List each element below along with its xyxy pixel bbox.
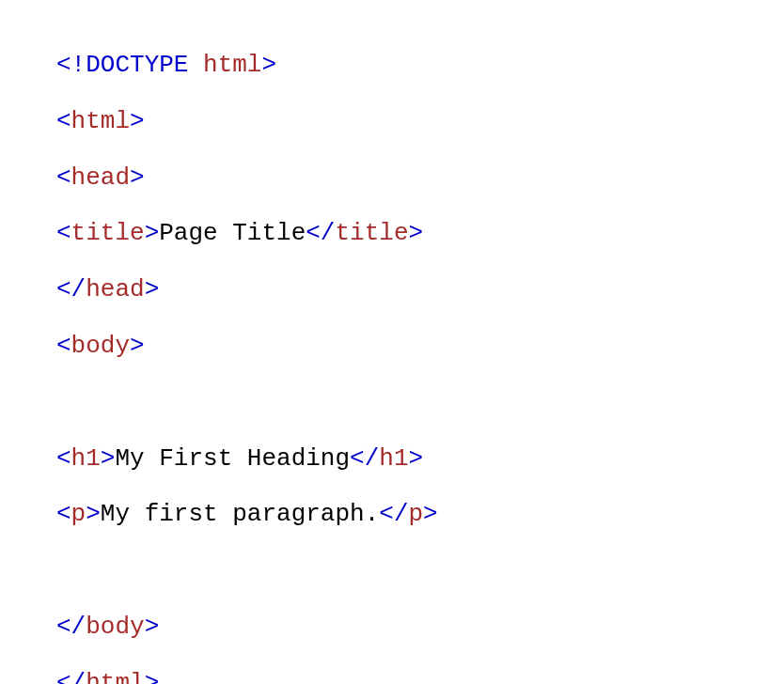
punct-close: > [101,444,116,473]
code-line-doctype: <!DOCTYPE html> [56,38,728,94]
blank-line [56,543,728,599]
h1-text: My First Heading [115,444,350,473]
punct-open-slash: </ [379,500,408,528]
punct-close: > [130,332,145,360]
punct-close: > [261,51,276,79]
code-line-head-open: <head> [56,150,728,207]
punct-close: > [409,444,424,473]
code-block: <!DOCTYPE html> <html> <head> <title>Pag… [56,38,728,684]
space [188,51,203,79]
code-line-p: <p>My first paragraph.</p> [56,487,728,543]
code-line-body-close: </body> [56,599,728,656]
punct-close: > [130,107,145,135]
punct-close: > [145,275,160,303]
punct-open: <! [56,51,86,79]
code-line-html-close: </html> [56,656,728,684]
punct-close: > [145,613,160,641]
punct-close: > [409,219,424,247]
tag-name-html: html [86,669,144,684]
punct-close: > [86,500,101,528]
tag-name-body: body [71,332,130,360]
tag-name-h1: h1 [379,444,408,473]
punct-open-slash: </ [56,275,86,303]
punct-close: > [145,219,160,247]
punct-open: < [56,163,71,192]
tag-name-title: title [71,219,145,247]
title-text: Page Title [159,219,306,247]
punct-open-slash: </ [350,444,379,473]
tag-name-html: html [71,107,130,135]
punct-open: < [56,444,71,473]
punct-open: < [56,107,71,135]
code-line-title: <title>Page Title</title> [56,206,728,262]
code-line-head-close: </head> [56,262,728,319]
tag-name-h1: h1 [71,444,101,473]
code-line-body-open: <body> [56,319,728,375]
punct-close: > [130,163,145,192]
code-line-html-open: <html> [56,94,728,150]
punct-open: < [56,332,71,360]
punct-close: > [145,669,160,684]
p-text: My first paragraph. [101,500,379,528]
punct-open-slash: </ [306,219,335,247]
punct-open: < [56,500,71,528]
punct-open: < [56,219,71,247]
tag-name-head: head [86,275,144,303]
tag-name-p: p [71,500,86,528]
punct-open-slash: </ [56,613,86,641]
tag-name-head: head [71,163,130,192]
code-line-h1: <h1>My First Heading</h1> [56,431,728,488]
punct-open-slash: </ [56,669,86,684]
tag-name-title: title [335,219,408,247]
doctype-keyword: DOCTYPE [86,51,188,79]
doctype-name: html [203,51,261,79]
tag-name-p: p [409,500,424,528]
punct-close: > [423,500,438,528]
blank-line [56,375,728,431]
tag-name-body: body [86,613,144,641]
